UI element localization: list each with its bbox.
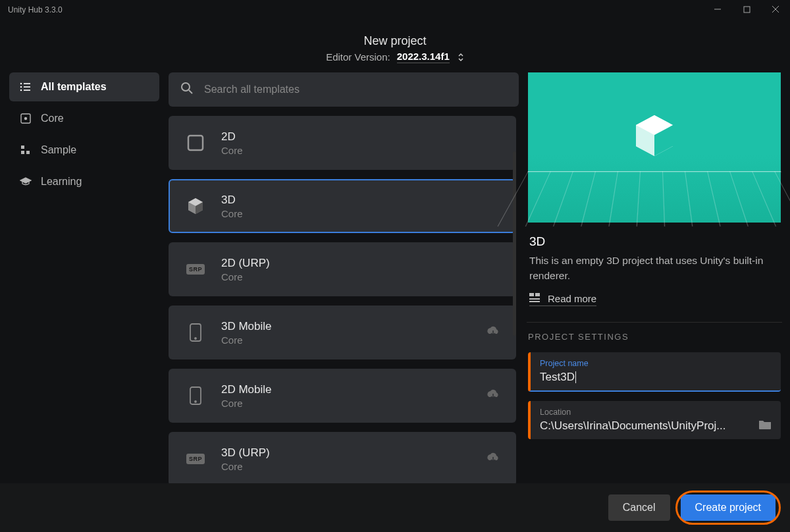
template-subtitle: Core [221,461,471,472]
sidebar-item-all-templates[interactable]: All templates [9,72,159,101]
project-name-input[interactable]: Test3D [540,371,575,383]
template-title: 3D [221,194,500,207]
download-icon [486,325,500,340]
project-settings-header: PROJECT SETTINGS [528,332,781,342]
svg-point-15 [182,83,190,91]
svg-rect-14 [21,151,24,154]
svg-point-19 [195,338,196,339]
window-controls [711,4,782,16]
template-text: 2DCore [221,130,500,156]
template-card[interactable]: 2DCore [169,116,516,170]
read-more-link[interactable]: Read more [529,293,596,306]
footer: Cancel Create project [0,483,790,532]
template-card[interactable]: 2D MobileCore [169,369,516,423]
page-header: New project Editor Version: 2022.3.14f1 [0,20,790,72]
svg-rect-1 [744,7,750,13]
editor-version-dropdown[interactable]: 2022.3.14f1 [397,51,450,63]
template-title: 2D (URP) [221,257,500,270]
template-detail-title: 3D [529,234,779,249]
svg-point-4 [21,84,22,84]
srp-icon: SRP [184,258,207,280]
svg-rect-25 [529,301,540,302]
square-dot-icon [20,113,32,124]
location-label: Location [540,408,772,417]
create-project-button[interactable]: Create project [681,494,776,521]
phone-icon [184,321,207,344]
svg-rect-24 [529,298,540,300]
details-panel: 3D This is an empty 3D project that uses… [528,72,781,487]
template-detail-description: This is an empty 3D project that uses Un… [529,253,779,284]
scrollbar[interactable] [513,151,516,336]
sidebar-item-sample[interactable]: Sample [9,136,159,165]
template-subtitle: Core [221,398,471,409]
template-subtitle: Core [221,208,500,219]
project-name-label: Project name [540,359,772,368]
editor-version-row: Editor Version: 2022.3.14f1 [0,51,790,63]
readmore-label: Read more [548,293,596,304]
template-card[interactable]: SRP2D (URP)Core [169,242,516,296]
template-subtitle: Core [221,145,500,156]
template-preview-image [528,72,781,223]
svg-point-21 [195,401,196,402]
square-outline-icon [184,132,207,154]
svg-rect-12 [21,146,24,149]
templates-list: 2DCore3DCoreSRP2D (URP)Core3D MobileCore… [169,116,519,486]
svg-point-6 [21,87,22,88]
template-text: 3D MobileCore [221,320,471,346]
srp-icon: SRP [184,448,207,470]
location-field[interactable]: Location C:\Users\Irina\Documents\UnityP… [528,401,781,439]
sidebar-item-label: All templates [41,81,107,93]
download-icon [486,452,500,466]
search-icon [180,82,194,97]
cube-icon [628,110,681,163]
svg-point-8 [21,90,22,91]
window-title: Unity Hub 3.3.0 [8,5,63,14]
close-button[interactable] [769,4,782,16]
main-content: All templates Core Sample Learning [0,72,790,487]
template-text: 3D (URP)Core [221,446,471,472]
sidebar-item-label: Learning [41,176,82,188]
folder-icon[interactable] [758,419,772,433]
sidebar-item-learning[interactable]: Learning [9,167,159,196]
template-card[interactable]: 3D MobileCore [169,306,516,359]
maximize-button[interactable] [740,4,753,16]
cancel-button[interactable]: Cancel [608,494,670,521]
minimize-button[interactable] [711,4,724,16]
list-icon [20,81,32,93]
template-subtitle: Core [221,271,500,282]
chevron-updown-icon[interactable] [458,53,464,62]
templates-column: 2DCore3DCoreSRP2D (URP)Core3D MobileCore… [169,72,519,487]
template-card[interactable]: SRP3D (URP)Core [169,432,516,486]
sidebar-item-label: Core [41,113,64,124]
cube-icon [184,195,207,217]
sidebar-item-core[interactable]: Core [9,104,159,133]
readmore-icon [529,293,540,304]
template-text: 3DCore [221,194,500,219]
template-subtitle: Core [221,334,471,346]
template-title: 3D Mobile [221,320,471,333]
svg-line-16 [189,90,192,93]
svg-point-11 [25,118,27,120]
template-card[interactable]: 3DCore [169,179,516,233]
search-input[interactable] [204,84,507,95]
create-button-label: Create project [695,502,762,513]
editor-version-label: Editor Version: [326,51,390,63]
svg-rect-22 [529,293,534,296]
search-box[interactable] [169,72,519,107]
project-name-field[interactable]: Project name Test3D [528,352,781,392]
phone-icon [184,385,207,407]
template-text: 2D MobileCore [221,383,471,409]
template-text: 2D (URP)Core [221,257,500,282]
page-title: New project [0,34,790,48]
location-value: C:\Users\Irina\Documents\UnityProj... [540,419,725,433]
svg-rect-13 [26,151,30,154]
download-icon [486,388,500,403]
template-title: 3D (URP) [221,446,471,460]
template-title: 2D Mobile [221,383,471,396]
sidebar: All templates Core Sample Learning [9,72,159,487]
blocks-icon [20,144,32,156]
graduation-icon [20,176,32,188]
svg-rect-23 [535,293,540,296]
template-description-block: 3D This is an empty 3D project that uses… [528,223,781,313]
svg-rect-17 [188,136,203,150]
